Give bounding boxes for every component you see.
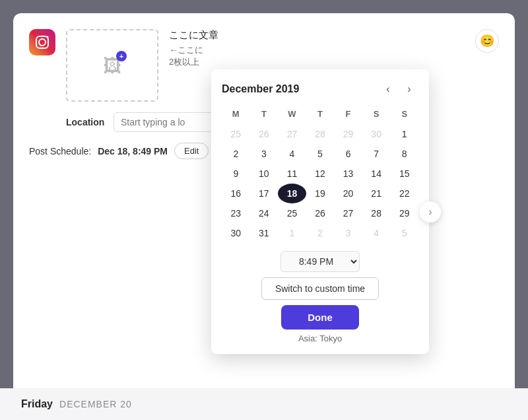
calendar-cell[interactable]: 2 bbox=[222, 144, 250, 164]
calendar-cell[interactable]: 13 bbox=[334, 164, 362, 184]
calendar-cell[interactable]: 14 bbox=[362, 164, 391, 184]
switch-btn-row: Switch to custom time bbox=[222, 277, 418, 300]
calendar-cell[interactable]: 15 bbox=[390, 164, 418, 184]
calendar-cell[interactable]: 28 bbox=[362, 203, 391, 223]
calendar-cell[interactable]: 25 bbox=[278, 203, 306, 223]
calendar-cell: 25 bbox=[222, 124, 250, 144]
calendar-cell[interactable]: 11 bbox=[278, 164, 306, 184]
text-placeholder: ここに文章 bbox=[169, 29, 499, 42]
calendar-cell[interactable]: 9 bbox=[222, 164, 250, 184]
calendar-day-header: M bbox=[222, 106, 250, 124]
calendar-cell: 1 bbox=[278, 223, 306, 243]
svg-rect-0 bbox=[29, 29, 55, 55]
calendar-cell[interactable]: 18 bbox=[278, 184, 306, 203]
emoji-icon: 😊 bbox=[480, 34, 494, 48]
calendar-day-header: S bbox=[390, 106, 418, 124]
calendar-grid: MTWTFSS252627282930123456789101112131415… bbox=[222, 106, 418, 243]
calendar-cell: 30 bbox=[362, 124, 391, 144]
text-sub-placeholder: ←ここに 2枚以上 bbox=[169, 44, 499, 68]
calendar-cell: 27 bbox=[278, 124, 306, 144]
location-label: Location bbox=[66, 117, 106, 127]
calendar-cell: 3 bbox=[334, 223, 362, 243]
calendar-cell[interactable]: 23 bbox=[222, 203, 250, 223]
calendar-nav: ‹ › bbox=[379, 80, 418, 98]
prev-month-button[interactable]: ‹ bbox=[379, 80, 397, 98]
calendar-cell: 26 bbox=[250, 124, 279, 144]
edit-button[interactable]: Edit bbox=[174, 143, 209, 159]
calendar-day-header: F bbox=[334, 106, 362, 124]
calendar-cell[interactable]: 17 bbox=[250, 184, 279, 203]
calendar-cell[interactable]: 12 bbox=[306, 164, 335, 184]
image-upload-area[interactable]: 🖼 + bbox=[66, 29, 158, 102]
calendar-cell: 2 bbox=[306, 223, 335, 243]
calendar-cell[interactable]: 26 bbox=[306, 203, 335, 223]
calendar-cell[interactable]: 3 bbox=[250, 144, 279, 164]
switch-custom-time-button[interactable]: Switch to custom time bbox=[261, 277, 379, 300]
calendar-cell[interactable]: 30 bbox=[222, 223, 250, 243]
calendar-cell[interactable]: 29 bbox=[390, 203, 418, 223]
calendar-cell[interactable]: 5 bbox=[306, 144, 335, 164]
calendar-cell[interactable]: 10 bbox=[250, 164, 279, 184]
done-btn-row: Done bbox=[222, 305, 418, 330]
calendar-title: December 2019 bbox=[222, 83, 299, 95]
upload-icon: 🖼 + bbox=[103, 55, 121, 77]
timezone-label: Asia: Tokyo bbox=[222, 333, 418, 343]
bottom-banner: Friday DECEMBER 20 bbox=[0, 388, 528, 420]
schedule-date: Dec 18, 8:49 PM bbox=[98, 146, 168, 157]
calendar-cell[interactable]: 21 bbox=[362, 184, 391, 203]
calendar-cell: 4 bbox=[362, 223, 391, 243]
calendar-cell[interactable]: 1 bbox=[390, 124, 418, 144]
time-select[interactable]: 8:49 PM bbox=[280, 251, 360, 272]
calendar-cell[interactable]: 8 bbox=[390, 144, 418, 164]
calendar-cell[interactable]: 27 bbox=[334, 203, 362, 223]
calendar-cell[interactable]: 22 bbox=[390, 184, 418, 203]
calendar-cell[interactable]: 7 bbox=[362, 144, 391, 164]
instagram-icon bbox=[29, 29, 55, 55]
calendar-header: December 2019 ‹ › bbox=[222, 80, 418, 98]
calendar-day-header: T bbox=[250, 106, 279, 124]
time-picker-row: 8:49 PM bbox=[222, 251, 418, 272]
bottom-date: DECEMBER 20 bbox=[59, 399, 132, 409]
emoji-button[interactable]: 😊 bbox=[475, 29, 499, 53]
text-area-container: ここに文章 ←ここに 2枚以上 😊 bbox=[169, 29, 499, 68]
calendar-cell[interactable]: 19 bbox=[306, 184, 335, 203]
svg-point-3 bbox=[47, 36, 49, 38]
calendar-popup: December 2019 ‹ › MTWTFSS252627282930123… bbox=[211, 69, 429, 354]
calendar-cell[interactable]: 6 bbox=[334, 144, 362, 164]
calendar-day-header: S bbox=[362, 106, 391, 124]
next-month-button[interactable]: › bbox=[400, 80, 418, 98]
calendar-cell: 29 bbox=[334, 124, 362, 144]
calendar-cell[interactable]: 31 bbox=[250, 223, 279, 243]
calendar-side-arrow[interactable]: › bbox=[420, 201, 441, 223]
calendar-cell[interactable]: 24 bbox=[250, 203, 279, 223]
done-button[interactable]: Done bbox=[281, 305, 359, 330]
calendar-cell[interactable]: 16 bbox=[222, 184, 250, 203]
calendar-day-header: T bbox=[306, 106, 335, 124]
calendar-cell: 28 bbox=[306, 124, 335, 144]
calendar-day-header: W bbox=[278, 106, 306, 124]
calendar-cell[interactable]: 20 bbox=[334, 184, 362, 203]
calendar-cell[interactable]: 4 bbox=[278, 144, 306, 164]
schedule-label: Post Schedule: bbox=[29, 146, 91, 157]
calendar-cell: 5 bbox=[390, 223, 418, 243]
bottom-day: Friday bbox=[21, 398, 53, 410]
